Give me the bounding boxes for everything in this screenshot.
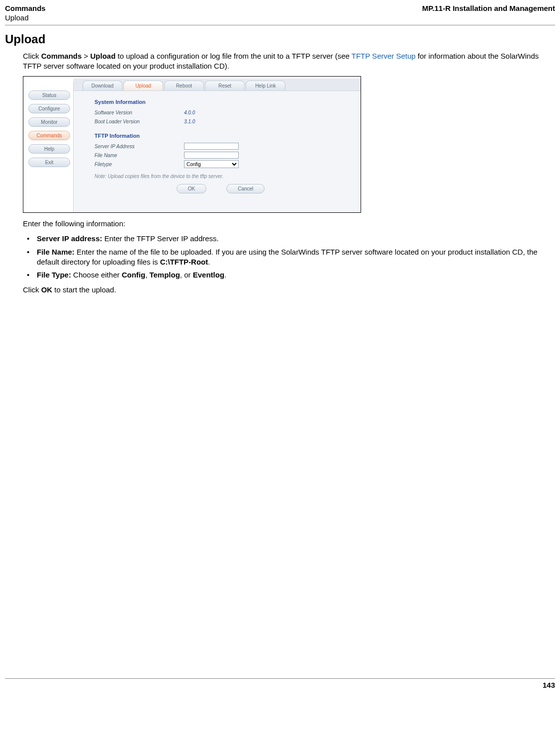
closing-paragraph: Click OK to start the upload.: [23, 285, 555, 295]
page-number: 143: [543, 681, 555, 689]
tab-reboot[interactable]: Reboot: [164, 81, 204, 91]
upload-screenshot-figure: Status Configure Monitor Commands Help E…: [23, 76, 361, 213]
filetype-select[interactable]: Config: [184, 160, 239, 168]
tftp-setup-link[interactable]: TFTP Server Setup: [352, 52, 416, 60]
server-ip-input[interactable]: [184, 143, 239, 150]
sidebar-item-commands[interactable]: Commands: [28, 131, 70, 140]
header-section: Commands: [5, 4, 46, 13]
page-title: Upload: [5, 32, 555, 46]
tftp-filetype-label: Filetype: [94, 162, 184, 167]
file-name-input[interactable]: [184, 152, 239, 159]
tftp-row-serverip: Server IP Address: [94, 142, 347, 151]
sysinfo-row-software: Software Version 4.0.0: [94, 108, 347, 117]
sidebar-item-monitor[interactable]: Monitor: [28, 117, 70, 127]
fig-note: Note: Upload copies files from the devic…: [94, 174, 347, 179]
page-footer: 143: [5, 678, 555, 689]
intro-upload: Upload: [90, 52, 115, 60]
tab-download[interactable]: Download: [83, 81, 122, 91]
intro-paragraph: Click Commands > Upload to upload a conf…: [23, 51, 555, 72]
header-left: Commands Upload: [5, 4, 46, 23]
field-list: Server IP address: Enter the TFTP Server…: [23, 234, 555, 280]
fig-main: Download Upload Reboot Reset Help Link S…: [73, 79, 361, 212]
sysinfo-bootloader-value: 3.1.0: [184, 119, 195, 124]
fig-sidebar: Status Configure Monitor Commands Help E…: [23, 77, 73, 212]
sysinfo-row-bootloader: Boot Loader Version 3.1.0: [94, 117, 347, 126]
enter-info-paragraph: Enter the following information:: [23, 219, 555, 229]
sidebar-item-help[interactable]: Help: [28, 144, 70, 154]
fig-tabbar: Download Upload Reboot Reset Help Link: [74, 79, 361, 91]
sidebar-item-exit[interactable]: Exit: [28, 158, 70, 167]
header-subsection: Upload: [5, 13, 46, 23]
fig-button-row: OK Cancel: [94, 184, 347, 193]
sidebar-item-configure[interactable]: Configure: [28, 104, 70, 113]
page-header: Commands Upload MP.11-R Installation and…: [5, 4, 555, 25]
tftp-serverip-label: Server IP Address: [94, 144, 184, 149]
tab-upload[interactable]: Upload: [123, 81, 163, 91]
header-doc-title: MP.11-R Installation and Management: [422, 4, 555, 12]
sidebar-item-status[interactable]: Status: [28, 91, 70, 100]
list-item-file-type: File Type: Choose either Config, Templog…: [23, 270, 555, 280]
tftp-title: TFTP Information: [94, 133, 347, 139]
intro-commands: Commands: [41, 52, 82, 60]
tftp-filename-label: File Name: [94, 153, 184, 158]
ok-button[interactable]: OK: [177, 184, 206, 193]
tab-help-link[interactable]: Help Link: [246, 81, 285, 91]
sysinfo-software-value: 4.0.0: [184, 110, 195, 115]
sysinfo-software-label: Software Version: [94, 110, 184, 115]
tab-reset[interactable]: Reset: [205, 81, 245, 91]
list-item-server-ip: Server IP address: Enter the TFTP Server…: [23, 234, 555, 244]
sysinfo-bootloader-label: Boot Loader Version: [94, 119, 184, 124]
cancel-button[interactable]: Cancel: [226, 184, 265, 193]
tftp-row-filetype: Filetype Config: [94, 160, 347, 169]
fig-panel: System Information Software Version 4.0.…: [74, 91, 361, 212]
tftp-row-filename: File Name: [94, 151, 347, 160]
list-item-file-name: File Name: Enter the name of the file to…: [23, 247, 555, 268]
sysinfo-title: System Information: [94, 99, 347, 105]
